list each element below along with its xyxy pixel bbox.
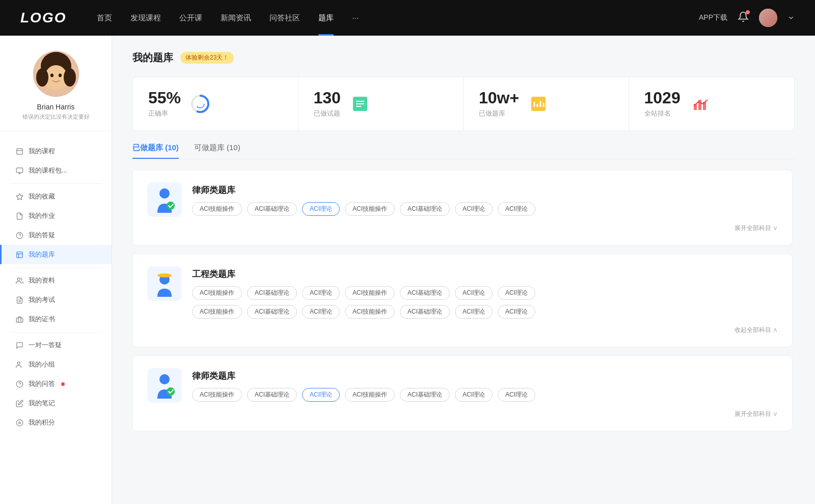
svg-rect-41 [698, 100, 701, 110]
accuracy-value: 55% [148, 90, 181, 106]
svg-point-47 [157, 273, 172, 277]
notes-icon [15, 399, 23, 407]
tag-lawyer2-0[interactable]: ACI技能操作 [192, 388, 242, 402]
tags-lawyer2: ACI技能操作 ACI基础理论 ACI理论 ACI技能操作 ACI基础理论 AC… [192, 388, 778, 402]
sidebar-item-certificate[interactable]: 我的证书 [0, 310, 112, 329]
avatar-dropdown-icon[interactable] [787, 14, 795, 21]
sidebar-item-profile[interactable]: 我的资料 [0, 271, 112, 290]
tag-eng1-r2-6[interactable]: ACI理论 [498, 305, 535, 319]
tag-lawyer1-5[interactable]: ACI理论 [455, 202, 493, 216]
tag-lawyer2-1[interactable]: ACI基础理论 [247, 388, 297, 402]
tag-eng1-r2-5[interactable]: ACI理论 [455, 305, 493, 319]
notification-bell[interactable] [738, 11, 749, 24]
qa-notification-dot [61, 382, 65, 386]
questions-done-value: 130 [314, 90, 341, 106]
svg-marker-13 [16, 193, 23, 200]
tab-done-banks[interactable]: 已做题库 (10) [132, 143, 179, 159]
page-title-row: 我的题库 体验剩余23天！ [132, 51, 795, 65]
tag-eng1-r2-2[interactable]: ACI理论 [302, 305, 340, 319]
sidebar-item-questionbank[interactable]: 我的题库 [0, 245, 112, 264]
tutor-icon [15, 341, 23, 349]
logo[interactable]: LOGO [20, 10, 66, 26]
user-motto: 错误的决定比没有决定要好 [10, 113, 101, 121]
tag-lawyer2-3[interactable]: ACI技能操作 [345, 388, 395, 402]
sidebar-item-points[interactable]: 我的积分 [0, 413, 112, 432]
sidebar-item-favorites[interactable]: 我的收藏 [0, 187, 112, 206]
tag-lawyer2-5[interactable]: ACI理论 [455, 388, 493, 402]
nav-discover[interactable]: 发现课程 [130, 13, 161, 23]
tags-engineer1-row2: ACI技能操作 ACI基础理论 ACI理论 ACI技能操作 ACI基础理论 AC… [192, 305, 778, 319]
bank-title-lawyer2: 律师类题库 [192, 370, 778, 382]
bank-card-lawyer2: 律师类题库 ACI技能操作 ACI基础理论 ACI理论 ACI技能操作 ACI基… [132, 355, 793, 431]
sidebar: Brian Harris 错误的决定比没有决定要好 我的课程 我的课程包... [0, 36, 112, 504]
tag-lawyer1-3[interactable]: ACI技能操作 [345, 202, 395, 216]
tag-eng1-r2-4[interactable]: ACI基础理论 [400, 305, 450, 319]
svg-point-30 [196, 100, 204, 108]
tag-eng1-r1-1[interactable]: ACI基础理论 [247, 286, 297, 300]
tag-lawyer1-0[interactable]: ACI技能操作 [192, 202, 242, 216]
bank-icon-lawyer2 [147, 368, 182, 403]
expand-link-lawyer2[interactable]: 展开全部科目 ∨ [147, 410, 778, 418]
stat-banks-done: 10w+ 已做题库 [464, 77, 629, 130]
bank-card-engineer1: 工程类题库 ACI技能操作 ACI基础理论 ACI理论 ACI技能操作 ACI基… [132, 254, 793, 347]
rank-value: 1029 [644, 90, 681, 106]
tag-lawyer2-6[interactable]: ACI理论 [498, 388, 535, 402]
nav-qa[interactable]: 问答社区 [269, 13, 300, 23]
sidebar-item-group[interactable]: 我的小组 [0, 355, 112, 374]
bank-list: 律师类题库 ACI技能操作 ACI基础理论 ACI理论 ACI技能操作 ACI基… [132, 170, 795, 439]
sidebar-item-exam[interactable]: 我的考试 [0, 290, 112, 310]
tags-lawyer1: ACI技能操作 ACI基础理论 ACI理论 ACI技能操作 ACI基础理论 AC… [192, 202, 778, 216]
tag-lawyer2-4[interactable]: ACI基础理论 [400, 388, 450, 402]
nav-open-course[interactable]: 公开课 [179, 13, 202, 23]
qa-icon [15, 231, 23, 239]
svg-rect-8 [16, 148, 22, 154]
app-download-link[interactable]: APP下载 [699, 13, 727, 22]
collapse-link-engineer1[interactable]: 收起全部科目 ∧ [147, 326, 778, 334]
bank-icon-engineer1 [147, 266, 182, 301]
tag-eng1-r1-3[interactable]: ACI技能操作 [345, 286, 395, 300]
svg-point-5 [64, 68, 76, 87]
sidebar-item-homework[interactable]: 我的作业 [0, 206, 112, 226]
sidebar-item-tutor[interactable]: 一对一答疑 [0, 335, 112, 355]
tab-available-banks[interactable]: 可做题库 (10) [194, 143, 240, 159]
tag-eng1-r1-4[interactable]: ACI基础理论 [400, 286, 450, 300]
tag-lawyer1-4[interactable]: ACI基础理论 [400, 202, 450, 216]
expand-link-lawyer1[interactable]: 展开全部科目 ∨ [147, 224, 778, 233]
tag-eng1-r1-6[interactable]: ACI理论 [498, 286, 535, 300]
page-wrapper: Brian Harris 错误的决定比没有决定要好 我的课程 我的课程包... [0, 36, 815, 504]
banks-done-label: 已做题库 [479, 109, 519, 118]
nav-questionbank[interactable]: 题库 [318, 13, 334, 23]
tag-eng1-r2-3[interactable]: ACI技能操作 [345, 305, 395, 319]
svg-point-49 [167, 387, 175, 396]
tag-lawyer1-1[interactable]: ACI基础理论 [247, 202, 297, 216]
tag-eng1-r1-2[interactable]: ACI理论 [302, 286, 340, 300]
nav-home[interactable]: 首页 [97, 13, 112, 23]
menu-divider-2 [10, 267, 101, 268]
sidebar-item-my-qa[interactable]: 我的问答 [0, 374, 112, 394]
tag-lawyer1-6[interactable]: ACI理论 [498, 202, 535, 216]
sidebar-item-notes[interactable]: 我的笔记 [0, 394, 112, 413]
svg-point-48 [159, 374, 170, 384]
my-courses-icon [15, 147, 23, 155]
avatar [33, 51, 79, 97]
tag-eng1-r1-0[interactable]: ACI技能操作 [192, 286, 242, 300]
sidebar-item-course-packages[interactable]: 我的课程包... [0, 161, 112, 180]
sidebar-item-qa[interactable]: 我的答疑 [0, 226, 112, 245]
nav-more[interactable]: ··· [352, 13, 359, 23]
nav-news[interactable]: 新闻资讯 [221, 13, 251, 23]
svg-point-27 [18, 422, 20, 424]
exam-icon [15, 296, 23, 304]
tag-eng1-r2-1[interactable]: ACI基础理论 [247, 305, 297, 319]
tag-eng1-r1-5[interactable]: ACI理论 [455, 286, 493, 300]
sidebar-item-my-courses[interactable]: 我的课程 [0, 142, 112, 161]
user-avatar[interactable] [759, 9, 777, 27]
svg-rect-22 [16, 318, 23, 322]
tag-eng1-r2-0[interactable]: ACI技能操作 [192, 305, 242, 319]
svg-point-6 [50, 74, 53, 77]
svg-point-7 [59, 74, 62, 77]
tag-lawyer2-2[interactable]: ACI理论 [302, 388, 340, 402]
tag-lawyer1-2[interactable]: ACI理论 [302, 202, 340, 216]
notification-dot [746, 10, 750, 14]
questions-done-label: 已做试题 [314, 109, 341, 118]
stat-accuracy: 55% 正确率 [133, 77, 298, 130]
